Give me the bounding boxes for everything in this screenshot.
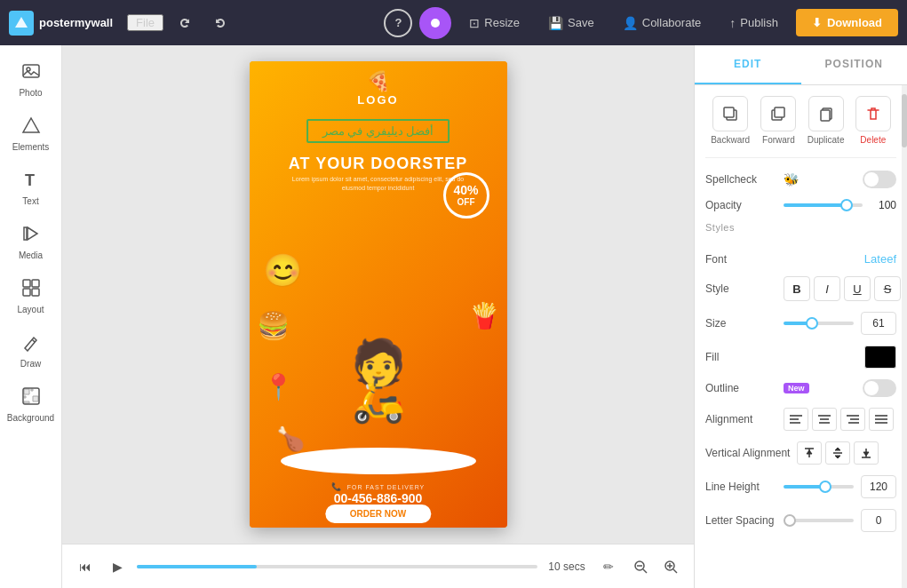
outline-new-badge: New (784, 383, 809, 393)
tab-edit[interactable]: EDIT (695, 45, 801, 84)
valign-top-button[interactable] (797, 441, 822, 465)
undo-button[interactable] (171, 9, 199, 37)
svg-rect-8 (23, 280, 30, 287)
tab-position[interactable]: POSITION (801, 45, 908, 84)
play-button[interactable]: ▶ (105, 554, 130, 579)
poster-delivery-scene: 🧑 🛵 (351, 340, 406, 425)
poster-logo[interactable]: 🍕 LOGO (357, 70, 398, 107)
elements-label: Elements (12, 142, 50, 152)
size-value[interactable]: 61 (861, 312, 896, 335)
sidebar-item-media[interactable]: Media (4, 217, 58, 267)
poster-headline[interactable]: AT YOUR DOORSTEP (289, 155, 467, 173)
svg-rect-7 (24, 227, 27, 240)
bold-button[interactable]: B (784, 276, 810, 301)
backward-action[interactable]: Backward (711, 96, 750, 145)
svg-marker-47 (863, 452, 869, 456)
sidebar-item-layout[interactable]: Layout (4, 271, 58, 322)
svg-line-18 (673, 569, 677, 573)
outline-label: Outline (705, 382, 776, 394)
opacity-slider[interactable] (784, 203, 863, 207)
active-tool-button[interactable] (419, 7, 451, 39)
sidebar-item-photo[interactable]: Photo (4, 54, 58, 105)
sidebar-item-text[interactable]: T Text (4, 163, 58, 213)
text-label: Text (22, 196, 38, 206)
valign-buttons (797, 441, 879, 465)
poster-discount-badge: 40% OFF (443, 172, 489, 219)
align-center-button[interactable] (812, 408, 837, 431)
valign-middle-button[interactable] (825, 441, 850, 465)
spellcheck-toggle[interactable] (863, 171, 896, 188)
save-button[interactable]: 💾 Save (537, 11, 605, 36)
size-slider[interactable] (784, 322, 854, 325)
spellcheck-label: Spellcheck (705, 173, 776, 186)
panel-scrollbar[interactable] (902, 85, 907, 588)
delete-button[interactable] (855, 96, 891, 131)
strikethrough-button[interactable]: S (874, 276, 901, 301)
edit-timeline-button[interactable]: ✏ (596, 554, 621, 579)
line-height-slider[interactable] (784, 485, 854, 489)
collaborate-button[interactable]: 👤 Collaborate (612, 11, 712, 36)
styles-label: Styles (705, 222, 735, 233)
emoji-burger: 🍔 (257, 310, 290, 341)
sidebar-item-draw[interactable]: Draw (4, 325, 58, 376)
brand: postermywall (9, 11, 113, 36)
poster-subtext[interactable]: Lorem ipsum dolor sit amet, consectetur … (290, 175, 467, 193)
draw-icon (21, 332, 41, 356)
letter-spacing-value[interactable]: 0 (861, 509, 896, 532)
alignment-buttons (784, 408, 894, 431)
backward-button[interactable] (712, 96, 748, 131)
order-now-button[interactable]: ORDER NOW (325, 505, 431, 523)
outline-toggle[interactable] (863, 379, 896, 397)
zoom-in-button[interactable] (658, 554, 683, 579)
style-buttons: B I U S (784, 276, 901, 301)
forward-button[interactable] (760, 96, 796, 131)
style-label: Style (705, 282, 776, 295)
line-height-label: Line Height (705, 481, 776, 493)
poster-canvas[interactable]: 🍕 LOGO أفضل ديليفري في مصر AT YOUR DOORS… (250, 61, 507, 528)
delete-label: Delete (860, 135, 886, 145)
skip-back-button[interactable]: ⏮ (73, 554, 98, 579)
sidebar-item-background[interactable]: Background (4, 379, 58, 430)
emoji-smiley: 😊 (263, 252, 303, 290)
font-name-value[interactable]: Lateef (864, 252, 896, 266)
align-left-button[interactable] (784, 408, 808, 431)
emoji-location-pin: 📍 (263, 372, 294, 401)
duplicate-action[interactable]: Duplicate (808, 96, 845, 145)
redo-button[interactable] (206, 9, 235, 37)
styles-row: Styles (705, 222, 896, 242)
italic-button[interactable]: I (814, 276, 840, 301)
fill-color-picker[interactable] (864, 346, 896, 369)
align-right-button[interactable] (840, 408, 865, 431)
publish-button[interactable]: ↑ Publish (719, 11, 789, 36)
duplicate-button[interactable] (808, 96, 844, 131)
opacity-thumb (840, 199, 853, 211)
layout-label: Layout (17, 305, 44, 314)
valign-bottom-button[interactable] (854, 441, 879, 465)
size-label: Size (705, 317, 776, 330)
download-button[interactable]: ⬇ Download (796, 9, 898, 36)
svg-rect-11 (32, 289, 39, 296)
forward-label: Forward (762, 135, 795, 145)
logo-text: LOGO (357, 93, 398, 107)
zoom-out-button[interactable] (628, 554, 653, 579)
delete-action[interactable]: Delete (855, 96, 891, 145)
sidebar-item-elements[interactable]: Elements (4, 108, 58, 159)
media-icon (21, 224, 41, 248)
file-menu[interactable]: File (127, 14, 163, 31)
resize-button[interactable]: ⊡ Resize (458, 11, 530, 36)
letter-spacing-slider[interactable] (784, 519, 854, 522)
help-button[interactable]: ? (384, 9, 412, 37)
canvas-main[interactable]: 🍕 LOGO أفضل ديليفري في مصر AT YOUR DOORS… (62, 45, 694, 544)
panel-content: Backward Forward (695, 85, 907, 588)
download-icon: ⬇ (812, 16, 822, 29)
forward-action[interactable]: Forward (760, 96, 796, 145)
outline-row: Outline New (705, 379, 896, 397)
timeline-bar[interactable] (137, 565, 537, 568)
spellcheck-row: Spellcheck 🐝 (705, 171, 896, 188)
svg-rect-10 (23, 289, 30, 296)
background-icon (21, 386, 41, 410)
underline-button[interactable]: U (844, 276, 871, 301)
poster-arabic-banner[interactable]: أفضل ديليفري في مصر (306, 119, 450, 143)
line-height-value[interactable]: 120 (861, 475, 896, 498)
align-justify-button[interactable] (869, 408, 894, 431)
